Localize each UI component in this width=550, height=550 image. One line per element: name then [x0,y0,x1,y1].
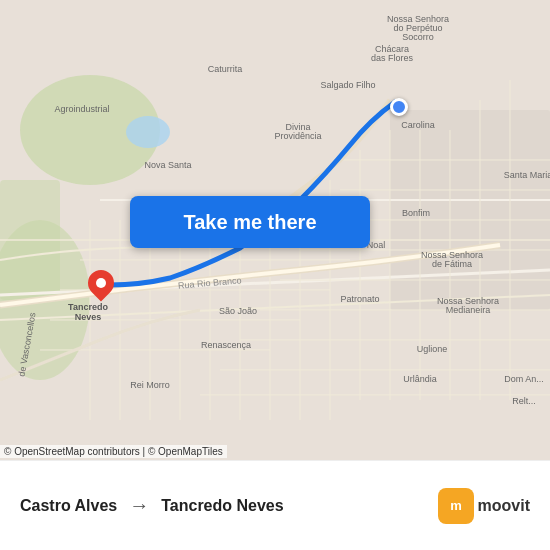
svg-text:Salgado Filho: Salgado Filho [320,80,375,90]
bottom-bar: Castro Alves → Tancredo Neves m moovit [0,460,550,550]
svg-text:Nova Santa: Nova Santa [144,160,191,170]
destination-marker [88,270,114,296]
svg-text:das Flores: das Flores [371,53,414,63]
arrow-icon: → [129,494,149,517]
svg-text:Neves: Neves [75,312,102,322]
svg-text:Uglione: Uglione [417,344,448,354]
take-me-there-button[interactable]: Take me there [130,196,370,248]
origin-label: Castro Alves [20,497,117,515]
destination-label: Tancredo Neves [161,497,283,515]
svg-text:Rei Morro: Rei Morro [130,380,170,390]
svg-text:Urlândia: Urlândia [403,374,437,384]
svg-text:Carolina: Carolina [401,120,435,130]
svg-text:Agroindustrial: Agroindustrial [54,104,109,114]
svg-text:Caturrita: Caturrita [208,64,243,74]
svg-text:Relt...: Relt... [512,396,536,406]
svg-text:Bonfim: Bonfim [402,208,430,218]
svg-text:Medianeira: Medianeira [446,305,491,315]
svg-point-4 [126,116,170,148]
svg-text:Renascença: Renascença [201,340,251,350]
svg-text:Dom An...: Dom An... [504,374,544,384]
svg-text:Providência: Providência [274,131,321,141]
moovit-logo: m moovit [438,488,530,524]
svg-text:Socorro: Socorro [402,32,434,42]
map-container: Nossa Senhora do Perpétuo Socorro Chácar… [0,0,550,460]
svg-text:São João: São João [219,306,257,316]
route-info: Castro Alves → Tancredo Neves [20,494,438,517]
svg-text:Patronato: Patronato [340,294,379,304]
svg-text:Tancredo: Tancredo [68,302,108,312]
origin-marker [390,98,408,116]
moovit-text: moovit [478,497,530,515]
svg-text:Santa Maria: Santa Maria [504,170,550,180]
map-attribution: © OpenStreetMap contributors | © OpenMap… [0,445,227,458]
svg-text:de Fátima: de Fátima [432,259,472,269]
moovit-icon: m [438,488,474,524]
